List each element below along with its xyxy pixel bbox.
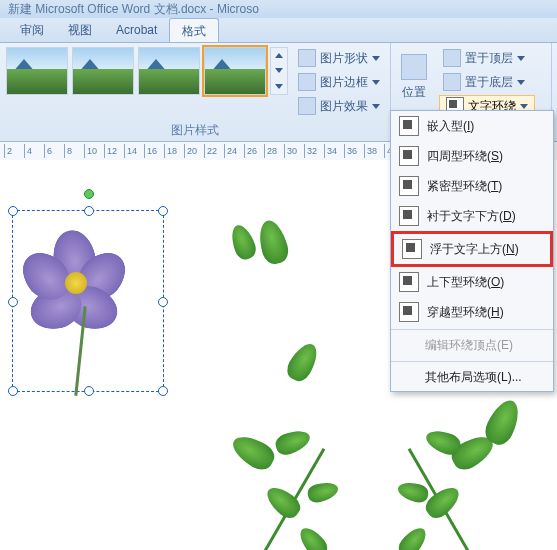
separator xyxy=(391,329,553,330)
style-thumb[interactable] xyxy=(204,47,266,95)
rotate-handle[interactable] xyxy=(84,189,94,199)
chevron-down-icon xyxy=(372,80,380,85)
resize-handle[interactable] xyxy=(84,206,94,216)
resize-handle[interactable] xyxy=(8,206,18,216)
resize-handle[interactable] xyxy=(158,297,168,307)
position-icon xyxy=(401,54,427,80)
wrap-front-item[interactable]: 浮于文字上方(N) xyxy=(391,231,553,267)
ribbon-tabs: 审阅 视图 Acrobat 格式 xyxy=(0,18,557,43)
resize-handle[interactable] xyxy=(158,206,168,216)
shape-icon xyxy=(298,49,316,67)
more-layout-item[interactable]: 其他布局选项(L)... xyxy=(391,364,553,391)
style-gallery-more[interactable] xyxy=(270,47,288,95)
chevron-down-icon xyxy=(275,84,283,89)
chevron-down-icon xyxy=(517,80,525,85)
bring-front-icon xyxy=(443,49,461,67)
tab-review[interactable]: 审阅 xyxy=(8,18,56,42)
wrap-inline-icon xyxy=(399,116,419,136)
tab-view[interactable]: 视图 xyxy=(56,18,104,42)
style-thumb[interactable] xyxy=(138,47,200,95)
tab-acrobat[interactable]: Acrobat xyxy=(104,18,169,42)
group-label: 图片样式 xyxy=(6,120,384,139)
separator xyxy=(391,361,553,362)
style-thumb[interactable] xyxy=(72,47,134,95)
chevron-down-icon xyxy=(372,104,380,109)
wrap-through-item[interactable]: 穿越型环绕(H) xyxy=(391,297,553,327)
send-back-button[interactable]: 置于底层 xyxy=(439,71,535,93)
picture-shape-button[interactable]: 图片形状 xyxy=(294,47,384,69)
picture-effects-button[interactable]: 图片效果 xyxy=(294,95,384,117)
wrap-through-icon xyxy=(399,302,419,322)
position-button[interactable]: 位置 xyxy=(397,47,431,107)
bring-front-button[interactable]: 置于顶层 xyxy=(439,47,535,69)
send-back-icon xyxy=(443,73,461,91)
edit-wrap-points-item: 编辑环绕顶点(E) xyxy=(391,332,553,359)
group-picture-styles: 图片形状 图片边框 图片效果 图片样式 xyxy=(0,43,391,141)
wrap-behind-item[interactable]: 衬于文字下方(D) xyxy=(391,201,553,231)
text-wrap-dropdown: 嵌入型(I) 四周型环绕(S) 紧密型环绕(T) 衬于文字下方(D) 浮于文字上… xyxy=(390,110,554,392)
chevron-down-icon xyxy=(517,56,525,61)
wrap-inline-item[interactable]: 嵌入型(I) xyxy=(391,111,553,141)
selected-image[interactable] xyxy=(12,210,164,392)
resize-handle[interactable] xyxy=(84,386,94,396)
wrap-front-icon xyxy=(402,239,422,259)
resize-handle[interactable] xyxy=(8,297,18,307)
effects-icon xyxy=(298,97,316,115)
border-icon xyxy=(298,73,316,91)
wrap-topbottom-icon xyxy=(399,272,419,292)
chevron-down-icon xyxy=(372,56,380,61)
resize-handle[interactable] xyxy=(8,386,18,396)
chevron-down-icon xyxy=(520,104,528,109)
resize-handle[interactable] xyxy=(158,386,168,396)
wrap-square-item[interactable]: 四周型环绕(S) xyxy=(391,141,553,171)
chevron-down-icon xyxy=(275,68,283,73)
wrap-topbottom-item[interactable]: 上下型环绕(O) xyxy=(391,267,553,297)
window-title: 新建 Microsoft Office Word 文档.docx - Micro… xyxy=(0,0,557,18)
picture-border-button[interactable]: 图片边框 xyxy=(294,71,384,93)
wrap-tight-icon xyxy=(399,176,419,196)
style-thumb[interactable] xyxy=(6,47,68,95)
style-gallery xyxy=(6,47,288,95)
wrap-behind-icon xyxy=(399,206,419,226)
wrap-tight-item[interactable]: 紧密型环绕(T) xyxy=(391,171,553,201)
chevron-up-icon xyxy=(275,53,283,58)
wrap-square-icon xyxy=(399,146,419,166)
tab-format[interactable]: 格式 xyxy=(169,18,219,42)
